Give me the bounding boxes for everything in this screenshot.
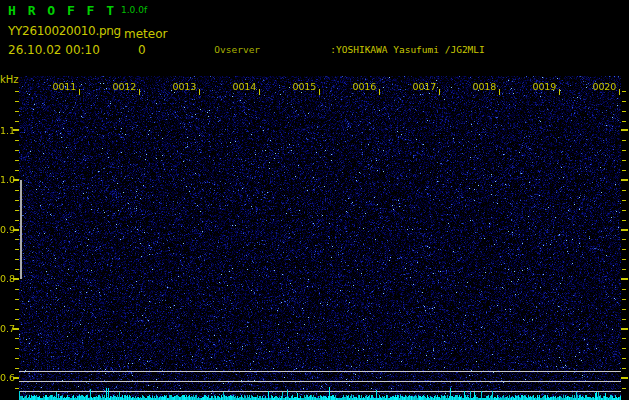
freq-tick-left <box>15 140 19 141</box>
freq-tick-left <box>15 319 19 320</box>
freq-tick-left <box>15 200 19 201</box>
freq-tick-label: 1.0 <box>0 175 13 185</box>
freq-tick-label: 0.6 <box>0 373 13 383</box>
time-tick <box>619 89 620 95</box>
freq-tick-left <box>15 150 19 151</box>
hrofft-screen: H R O F F T 1.0.0f YY2610020010.png mete… <box>0 0 629 400</box>
freq-tick-right <box>621 129 628 131</box>
time-tick-label: 0019 <box>529 82 556 92</box>
freq-tick-right <box>621 328 628 330</box>
info-row-observer: Ovserver:YOSHIKAWA Yasufumi /JG2MLI <box>180 30 599 43</box>
app-title: H R O F F T <box>8 3 116 18</box>
freq-tick-right <box>621 377 628 379</box>
freq-tick-right <box>622 91 626 92</box>
freq-tick-right <box>622 239 626 240</box>
freq-tick-left <box>15 91 19 92</box>
freq-tick-right <box>622 319 626 320</box>
freq-axis-unit: kHz <box>0 74 19 85</box>
freq-tick-left <box>15 170 19 171</box>
freq-tick-left <box>15 249 19 250</box>
freq-tick-right <box>622 368 626 369</box>
time-tick-label: 0011 <box>49 82 76 92</box>
time-tick <box>259 89 260 95</box>
freq-tick-right <box>622 289 626 290</box>
freq-tick-right <box>622 358 626 359</box>
freq-tick-right <box>622 160 626 161</box>
freq-tick-right <box>622 101 626 102</box>
info-value-observer: :YOSHIKAWA Yasufumi /JG2MLI <box>330 44 484 55</box>
freq-tick-right <box>622 388 626 389</box>
freq-tick-right <box>622 249 626 250</box>
freq-tick-right <box>622 111 626 112</box>
info-label-observer: Ovserver <box>214 43 330 56</box>
meteor-count: 0 <box>138 43 146 57</box>
time-tick-label: 0015 <box>289 82 316 92</box>
time-tick <box>379 89 380 95</box>
freq-tick-label: 0.8 <box>0 274 13 284</box>
freq-tick-left <box>15 358 19 359</box>
freq-tick-label: 0.7 <box>0 324 13 334</box>
time-tick <box>499 89 500 95</box>
datetime-label: 26.10.02 00:10 <box>8 43 100 57</box>
freq-tick-right <box>622 140 626 141</box>
freq-tick-right <box>621 278 628 280</box>
freq-tick-left <box>15 309 19 310</box>
freq-tick-right <box>622 299 626 300</box>
freq-tick-left <box>15 190 19 191</box>
time-tick <box>319 89 320 95</box>
freq-tick-right <box>622 150 626 151</box>
time-tick-label: 0014 <box>229 82 256 92</box>
freq-tick-left <box>15 289 19 290</box>
output-filename: YY2610020010.png <box>8 24 121 38</box>
freq-tick-right <box>622 259 626 260</box>
time-tick-label: 0012 <box>109 82 136 92</box>
freq-tick-right <box>622 338 626 339</box>
freq-tick-label: 1.1 <box>0 126 13 136</box>
freq-tick-left <box>15 299 19 300</box>
freq-tick-right <box>622 121 626 122</box>
freq-tick-left <box>15 368 19 369</box>
time-tick <box>439 89 440 95</box>
freq-tick-left <box>15 348 19 349</box>
time-tick-label: 0018 <box>469 82 496 92</box>
time-tick <box>139 89 140 95</box>
freq-tick-left <box>15 160 19 161</box>
app-version: 1.0.0f <box>121 5 147 15</box>
time-tick-label: 0013 <box>169 82 196 92</box>
freq-tick-right <box>621 179 628 181</box>
freq-tick-left <box>15 121 19 122</box>
freq-tick-left <box>15 338 19 339</box>
freq-tick-left <box>15 388 19 389</box>
time-tick <box>79 89 80 95</box>
freq-tick-right <box>622 170 626 171</box>
freq-tick-left <box>15 269 19 270</box>
time-tick-label: 0017 <box>409 82 436 92</box>
time-tick-label: 0016 <box>349 82 376 92</box>
freq-tick-left <box>15 239 19 240</box>
freq-tick-right <box>622 190 626 191</box>
freq-tick-right <box>622 200 626 201</box>
time-tick <box>559 89 560 95</box>
freq-tick-right <box>622 269 626 270</box>
freq-tick-left <box>15 210 19 211</box>
time-tick-label: 0020 <box>589 82 616 92</box>
spectrogram-canvas <box>19 76 621 400</box>
freq-tick-right <box>622 309 626 310</box>
freq-tick-left <box>15 259 19 260</box>
freq-tick-left <box>15 101 19 102</box>
freq-tick-right <box>622 348 626 349</box>
time-tick <box>199 89 200 95</box>
freq-tick-left <box>15 111 19 112</box>
mode-label: meteor <box>124 27 167 41</box>
freq-tick-left <box>15 220 19 221</box>
freq-tick-right <box>622 210 626 211</box>
freq-tick-label: 0.9 <box>0 225 13 235</box>
freq-tick-right <box>622 220 626 221</box>
freq-tick-right <box>621 229 628 231</box>
